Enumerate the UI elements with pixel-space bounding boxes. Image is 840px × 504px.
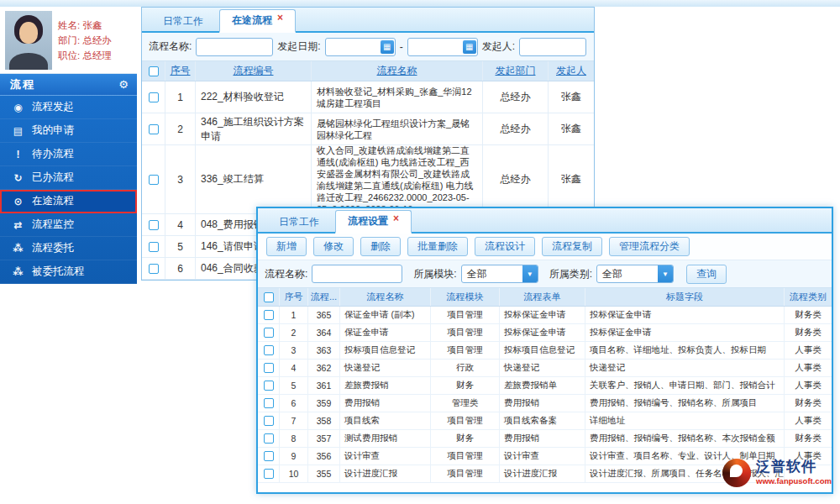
process-name-input[interactable] xyxy=(196,38,273,56)
select-all-checkbox[interactable] xyxy=(264,292,274,302)
table-row[interactable]: 8 357 测试费用报销 财务 费用报销 费用报销、报销编号、报销名称、本次报销… xyxy=(258,430,832,448)
process-name-input[interactable] xyxy=(312,265,402,283)
table-row[interactable]: 7 358 项目线索 项目管理 项目线索备案 详细地址 人事类 xyxy=(258,412,832,430)
row-checkbox[interactable] xyxy=(149,175,159,185)
sidebar-item-label: 已办流程 xyxy=(32,171,74,185)
initiator-input[interactable] xyxy=(519,38,586,56)
sidebar-item-label: 待办流程 xyxy=(32,147,74,161)
header-seq[interactable]: 序号 xyxy=(280,288,308,306)
sidebar-item-monitor[interactable]: ⇄ 流程监控 xyxy=(0,213,137,237)
sidebar-item-delegated-to-me[interactable]: ⁂ 被委托流程 xyxy=(0,260,137,284)
tab-in-transit-process[interactable]: 在途流程 × xyxy=(219,9,296,33)
row-checkbox[interactable] xyxy=(264,310,274,320)
table-row[interactable]: 1 222_材料验收登记 材料验收登记_材料采购_张鑫_华润12城房建工程项目 … xyxy=(142,81,594,113)
row-checkbox[interactable] xyxy=(149,242,159,252)
sidebar-item-label: 被委托流程 xyxy=(32,265,85,279)
sidebar: 姓名: 张鑫 部门: 总经办 职位: 总经理 流程 ⚙ ◉ 流程发起 ▤ 我的申… xyxy=(0,7,137,284)
document-icon: ▤ xyxy=(12,125,24,137)
table-row[interactable]: 5 361 差旅费报销 财务 差旅费报销单 关联客户、报销人、申请日期、部门、报… xyxy=(258,377,832,395)
cell-name: 保证金申请 xyxy=(340,324,431,341)
header-name[interactable]: 流程名称 xyxy=(312,61,483,81)
delete-button[interactable]: 删除 xyxy=(360,237,401,256)
add-button[interactable]: 新增 xyxy=(266,237,307,256)
row-checkbox[interactable] xyxy=(264,345,274,355)
module-select[interactable]: 全部 ▼ xyxy=(461,265,538,283)
cell-code: 356 xyxy=(308,448,340,465)
header-code[interactable]: 流程... xyxy=(308,288,340,306)
cell-title-fields: 费用报销、报销编号、报销名称、本次报销金额 xyxy=(585,430,785,447)
row-checkbox[interactable] xyxy=(264,363,274,373)
header-title-fields[interactable]: 标题字段 xyxy=(585,288,785,306)
batch-delete-button[interactable]: 批量删除 xyxy=(407,237,468,256)
table-row[interactable]: 6 359 费用报销 管理类 费用报销 费用报销、报销编号、报销名称、所属项目 … xyxy=(258,395,832,412)
cell-form: 项目线索备案 xyxy=(500,412,585,429)
table-row[interactable]: 3 336_竣工结算 收入合同_改建铁路成渝线增建第二直通线(成渝枢纽) 电力线… xyxy=(142,145,594,214)
row-checkbox[interactable] xyxy=(149,220,159,230)
process-design-button[interactable]: 流程设计 xyxy=(475,237,535,256)
tab-process-settings[interactable]: 流程设置 × xyxy=(335,210,412,234)
row-checkbox[interactable] xyxy=(264,433,274,444)
cell-module: 行政 xyxy=(431,360,500,376)
sidebar-item-my-applications[interactable]: ▤ 我的申请 xyxy=(0,119,137,143)
row-checkbox[interactable] xyxy=(149,264,159,274)
calendar-icon[interactable]: ▦ xyxy=(463,40,476,54)
process-copy-button[interactable]: 流程复制 xyxy=(542,237,602,256)
sidebar-item-initiate[interactable]: ◉ 流程发起 xyxy=(0,96,137,119)
sidebar-item-delegate[interactable]: ⁂ 流程委托 xyxy=(0,237,137,260)
header-form[interactable]: 流程表单 xyxy=(500,288,585,306)
cell-code: 346_施工组织设计方案申请 xyxy=(196,113,312,144)
cell-category: 财务类 xyxy=(785,307,832,323)
cell-dept: 总经办 xyxy=(483,81,549,113)
header-person[interactable]: 发起人 xyxy=(549,61,594,81)
sidebar-item-in-transit[interactable]: ⊙ 在途流程 xyxy=(0,190,137,213)
cell-title-fields: 项目名称、详细地址、投标负责人、投标日期 xyxy=(585,342,785,359)
close-icon[interactable]: × xyxy=(393,214,399,223)
row-checkbox[interactable] xyxy=(264,381,274,391)
cell-name: 设计审查 xyxy=(340,448,431,465)
cell-name: 材料验收登记_材料采购_张鑫_华润12城房建工程项目 xyxy=(312,81,483,113)
category-select[interactable]: 全部 ▼ xyxy=(596,265,674,283)
query-button[interactable]: 查询 xyxy=(686,265,727,284)
fanpu-logo-icon xyxy=(722,459,751,487)
cell-code: 355 xyxy=(308,465,340,482)
row-checkbox[interactable] xyxy=(264,398,274,408)
row-checkbox[interactable] xyxy=(149,92,159,102)
row-checkbox[interactable] xyxy=(149,124,159,134)
filter-bar: 流程名称: 所属模块: 全部 ▼ 所属类别: 全部 ▼ 查询 xyxy=(258,260,832,288)
row-checkbox[interactable] xyxy=(264,451,274,461)
header-name[interactable]: 流程名称 xyxy=(340,288,431,306)
cell-title-fields: 快递登记 xyxy=(585,360,785,376)
cell-form: 费用报销 xyxy=(500,395,585,412)
profile-name: 姓名: 张鑫 xyxy=(58,19,112,31)
table-row[interactable]: 4 362 快递登记 行政 快递登记 快递登记 人事类 xyxy=(258,360,832,377)
process-name-label: 流程名称: xyxy=(149,39,192,54)
header-module[interactable]: 流程模块 xyxy=(431,288,500,306)
close-icon[interactable]: × xyxy=(277,13,283,22)
tab-daily-work[interactable]: 日常工作 xyxy=(150,10,216,31)
cell-seq: 1 xyxy=(280,307,308,323)
row-checkbox[interactable] xyxy=(264,416,274,426)
select-all-checkbox[interactable] xyxy=(149,66,159,76)
edit-button[interactable]: 修改 xyxy=(313,237,354,256)
tab-daily-work[interactable]: 日常工作 xyxy=(266,211,332,232)
header-seq[interactable]: 序号 xyxy=(165,61,196,81)
header-category[interactable]: 流程类别 xyxy=(785,288,832,306)
manage-category-button[interactable]: 管理流程分类 xyxy=(609,237,690,256)
sidebar-item-completed[interactable]: ↻ 已办流程 xyxy=(0,166,137,190)
toolbar: 新增 修改 删除 批量删除 流程设计 流程复制 管理流程分类 xyxy=(258,234,832,260)
cell-seq: 4 xyxy=(165,214,196,235)
header-dept[interactable]: 发起部门 xyxy=(483,61,549,81)
table-row[interactable]: 3 363 投标项目信息登记 项目管理 投标项目信息登记 项目名称、详细地址、投… xyxy=(258,342,832,360)
sidebar-item-label: 流程委托 xyxy=(32,241,74,255)
row-checkbox[interactable] xyxy=(264,328,274,338)
table-row[interactable]: 1 365 保证金申请 (副本) 项目管理 投标保证金申请 投标保证金申请 财务… xyxy=(258,307,832,324)
cell-name: 设计进度汇报 xyxy=(340,465,431,482)
gear-icon[interactable]: ⚙ xyxy=(118,78,129,91)
header-code[interactable]: 流程编号 xyxy=(196,61,312,81)
table-row[interactable]: 2 346_施工组织设计方案申请 晟铭园林绿化工程组织设计方案_晟铭园林绿化工程… xyxy=(142,113,594,145)
cell-dept: 总经办 xyxy=(483,113,549,144)
calendar-icon[interactable]: ▦ xyxy=(381,40,394,54)
row-checkbox[interactable] xyxy=(264,469,274,479)
sidebar-item-pending[interactable]: ! 待办流程 xyxy=(0,143,137,166)
table-row[interactable]: 2 364 保证金申请 项目管理 投标保证金申请 投标保证金申请 财务类 xyxy=(258,324,832,342)
